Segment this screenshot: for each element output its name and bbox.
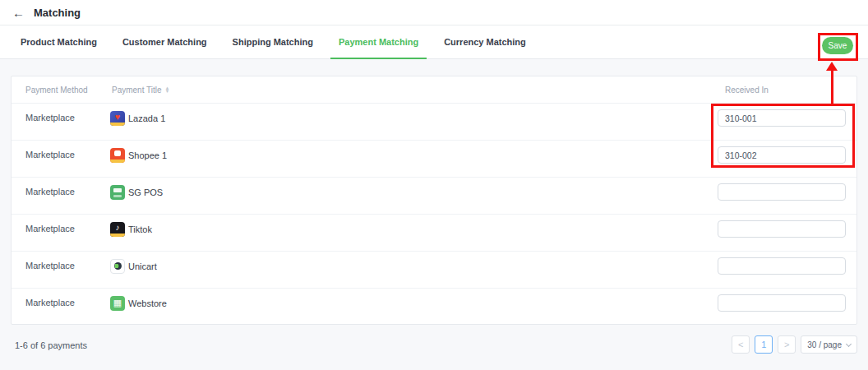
received-in-input[interactable] <box>718 220 846 238</box>
payment-method-cell: Marketplace <box>12 294 110 312</box>
payment-title-label: Webstore <box>128 298 167 308</box>
webstore-icon <box>110 296 125 311</box>
back-arrow-icon[interactable]: ← <box>12 7 25 19</box>
tab-payment-matching[interactable]: Payment Matching <box>330 25 427 58</box>
payment-method-cell: Marketplace <box>12 146 110 164</box>
payment-title-cell: Lazada 1 <box>110 109 714 127</box>
unicart-icon <box>110 259 125 274</box>
lazada-icon <box>110 111 125 126</box>
payment-title-label: Shopee 1 <box>128 150 167 160</box>
annotation-arrow-head-icon <box>826 62 838 71</box>
payment-title-label: Lazada 1 <box>128 113 165 123</box>
payment-title-cell: SG POS <box>110 183 714 201</box>
table-row: Marketplace Unicart <box>12 252 856 289</box>
page-size-select[interactable]: 30 / page <box>801 335 857 354</box>
column-header-payment-title: Payment Title ▲▼ <box>110 86 714 95</box>
next-page-button[interactable]: > <box>778 335 796 354</box>
received-in-cell <box>714 146 856 164</box>
payment-method-cell: Marketplace <box>12 109 110 127</box>
previous-page-button[interactable]: < <box>732 335 750 354</box>
payment-title-label: Unicart <box>128 261 157 271</box>
chevron-down-icon <box>846 340 852 346</box>
table-row: Marketplace Shopee 1 <box>12 141 856 178</box>
table-row: Marketplace Tiktok <box>12 215 856 252</box>
received-in-input[interactable] <box>718 257 846 275</box>
tab-shipping-matching[interactable]: Shipping Matching <box>224 25 321 58</box>
received-in-input[interactable] <box>718 109 846 127</box>
matching-page: ← Matching Product Matching Customer Mat… <box>0 0 868 370</box>
tab-product-matching[interactable]: Product Matching <box>12 25 105 58</box>
page-header: ← Matching <box>0 0 868 25</box>
column-header-received-in: Received In <box>714 86 856 95</box>
table-row: Marketplace Lazada 1 <box>12 104 856 141</box>
shopee-icon <box>110 148 125 163</box>
received-in-cell <box>714 294 856 312</box>
pagination: < 1 > 30 / page <box>732 335 857 354</box>
table-header-row: Payment Method Payment Title ▲▼ Received… <box>12 76 856 104</box>
results-summary: 1-6 of 6 payments <box>15 340 87 350</box>
received-in-input[interactable] <box>718 294 846 312</box>
payment-title-cell: Tiktok <box>110 220 714 238</box>
payment-title-cell: Shopee 1 <box>110 146 714 164</box>
received-in-input[interactable] <box>718 183 846 201</box>
page-title: Matching <box>34 7 81 19</box>
payment-title-label: SG POS <box>128 187 163 197</box>
received-in-input[interactable] <box>718 146 846 164</box>
table-row: Marketplace Webstore <box>12 289 856 326</box>
payments-table: Payment Method Payment Title ▲▼ Received… <box>11 76 857 325</box>
payment-method-cell: Marketplace <box>12 257 110 275</box>
sort-icon[interactable]: ▲▼ <box>165 86 170 93</box>
tab-currency-matching[interactable]: Currency Matching <box>436 25 534 58</box>
payment-method-cell: Marketplace <box>12 183 110 201</box>
received-in-cell <box>714 257 856 275</box>
payment-method-cell: Marketplace <box>12 220 110 238</box>
page-number-button[interactable]: 1 <box>755 335 773 354</box>
table-body: Marketplace Lazada 1 Marketplace Shopee … <box>12 104 856 326</box>
tiktok-icon <box>110 222 125 237</box>
tab-customer-matching[interactable]: Customer Matching <box>114 25 215 58</box>
payment-title-cell: Unicart <box>110 257 714 275</box>
column-header-payment-method: Payment Method <box>12 86 110 95</box>
payment-title-cell: Webstore <box>110 294 714 312</box>
save-button[interactable]: Save <box>822 37 853 54</box>
table-row: Marketplace SG POS <box>12 178 856 215</box>
received-in-cell <box>714 183 856 201</box>
page-size-label: 30 / page <box>807 340 842 349</box>
payment-title-label: Tiktok <box>128 224 152 234</box>
payment-title-header-label: Payment Title <box>112 86 162 95</box>
tab-bar: Product Matching Customer Matching Shipp… <box>0 25 868 59</box>
sgpos-icon <box>110 185 125 200</box>
received-in-cell <box>714 220 856 238</box>
received-in-cell <box>714 109 856 127</box>
